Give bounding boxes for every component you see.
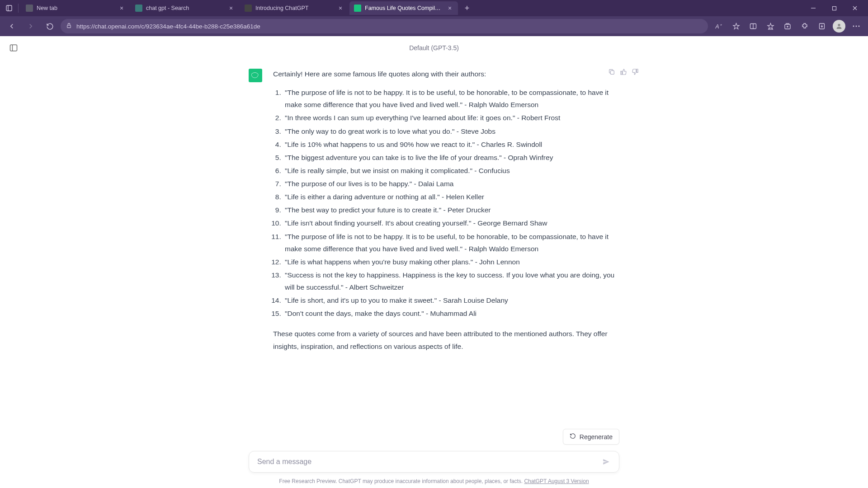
favorites-list-icon[interactable] xyxy=(762,18,778,34)
svg-point-18 xyxy=(859,26,860,27)
regenerate-icon xyxy=(570,433,576,441)
close-window-button[interactable] xyxy=(844,0,865,16)
svg-point-15 xyxy=(838,24,840,26)
refresh-button[interactable] xyxy=(42,18,58,34)
regenerate-label: Regenerate xyxy=(580,433,613,441)
thumbs-up-button[interactable] xyxy=(619,68,627,76)
footer-note: Free Research Preview. ChatGPT may produ… xyxy=(0,478,868,484)
svg-rect-0 xyxy=(6,5,12,11)
tab-title: New tab xyxy=(37,5,114,11)
quote-item: "The purpose of our lives is to be happy… xyxy=(283,178,619,190)
svg-rect-21 xyxy=(610,70,614,74)
send-button[interactable] xyxy=(599,455,613,469)
svg-rect-6 xyxy=(67,25,71,28)
quote-item: "The best way to predict your future is … xyxy=(283,204,619,216)
globe-icon xyxy=(26,5,33,12)
assistant-message-body: Certainly! Here are some famous life quo… xyxy=(273,68,619,352)
downloads-icon[interactable] xyxy=(814,18,830,34)
quote-item: "The purpose of life is not to be happy.… xyxy=(283,86,619,111)
tab-quotes[interactable]: Famous Life Quotes Compilation × xyxy=(349,1,458,15)
quote-item: "Life is 10% what happens to us and 90% … xyxy=(283,138,619,150)
tab-title: chat gpt - Search xyxy=(146,5,224,11)
profile-avatar[interactable] xyxy=(831,18,847,34)
tab-divider xyxy=(18,4,19,13)
maximize-button[interactable] xyxy=(824,0,844,16)
quote-item: "In three words I can sum up everything … xyxy=(283,112,619,124)
assistant-intro: Certainly! Here are some famous life quo… xyxy=(273,68,619,80)
bing-icon xyxy=(135,5,142,12)
message-actions xyxy=(608,68,639,76)
sidebar-toggle-button[interactable] xyxy=(7,42,20,54)
page-content: Default (GPT-3.5) Certainly! Here are so… xyxy=(0,36,868,488)
tab-introducing[interactable]: Introducing ChatGPT × xyxy=(240,1,349,15)
quote-item: "The biggest adventure you can take is t… xyxy=(283,151,619,164)
quote-item: "Life is what happens when you're busy m… xyxy=(283,256,619,268)
extensions-icon[interactable] xyxy=(797,18,813,34)
quote-item: "The purpose of life is not to be happy.… xyxy=(283,230,619,255)
version-link[interactable]: ChatGPT August 3 Version xyxy=(524,478,589,484)
close-icon[interactable]: × xyxy=(118,5,125,12)
quote-item: "Life is either a daring adventure or no… xyxy=(283,191,619,203)
quote-item: "Life isn't about finding yourself. It's… xyxy=(283,217,619,229)
quote-item: "Life is short, and it's up to you to ma… xyxy=(283,294,619,306)
assistant-outro: These quotes come from a variety of sour… xyxy=(273,328,619,352)
regenerate-button[interactable]: Regenerate xyxy=(563,429,619,445)
tab-search[interactable]: chat gpt - Search × xyxy=(131,1,239,15)
favorite-icon[interactable] xyxy=(728,18,744,34)
close-icon[interactable]: × xyxy=(446,5,453,12)
model-label: Default (GPT-3.5) xyxy=(0,36,868,56)
close-icon[interactable]: × xyxy=(337,5,344,12)
split-screen-icon[interactable] xyxy=(745,18,761,34)
openai-icon xyxy=(245,5,252,12)
quote-item: "Don't count the days, make the days cou… xyxy=(283,307,619,319)
browser-tab-strip: New tab × chat gpt - Search × Introducin… xyxy=(0,0,868,16)
quote-item: "The only way to do great work is to lov… xyxy=(283,125,619,137)
svg-point-17 xyxy=(856,26,857,27)
window-controls xyxy=(803,0,865,16)
thumbs-down-button[interactable] xyxy=(631,68,639,76)
tab-new-tab[interactable]: New tab × xyxy=(21,1,130,15)
svg-point-16 xyxy=(853,26,854,27)
message-input[interactable] xyxy=(257,458,596,466)
collections-icon[interactable] xyxy=(779,18,796,34)
new-tab-button[interactable]: + xyxy=(461,2,473,14)
forward-button[interactable] xyxy=(23,18,39,34)
more-icon[interactable] xyxy=(848,18,864,34)
quote-item: "Success is not the key to happiness. Ha… xyxy=(283,269,619,293)
svg-rect-3 xyxy=(832,6,836,10)
composer-area: Regenerate Free Research Preview. ChatGP… xyxy=(0,423,868,488)
minimize-button[interactable] xyxy=(803,0,824,16)
address-bar: https://chat.openai.com/c/923634ae-4fc4-… xyxy=(0,16,868,36)
url-text: https://chat.openai.com/c/923634ae-4fc4-… xyxy=(76,23,703,30)
close-icon[interactable]: × xyxy=(227,5,235,12)
assistant-message: Certainly! Here are some famous life quo… xyxy=(249,59,619,354)
message-input-container xyxy=(249,451,619,473)
url-input[interactable]: https://chat.openai.com/c/923634ae-4fc4-… xyxy=(61,19,708,33)
tab-actions-icon[interactable] xyxy=(3,2,15,14)
read-aloud-icon[interactable]: A⚬ xyxy=(711,18,727,34)
footer-text: Free Research Preview. ChatGPT may produ… xyxy=(279,478,524,484)
tab-title: Famous Life Quotes Compilation xyxy=(365,5,443,11)
chatgpt-icon xyxy=(354,5,361,12)
assistant-avatar-icon xyxy=(249,69,262,82)
lock-icon xyxy=(66,23,72,30)
back-button[interactable] xyxy=(4,18,20,34)
copy-button[interactable] xyxy=(608,68,616,76)
svg-rect-19 xyxy=(10,45,17,51)
quotes-list: "The purpose of life is not to be happy.… xyxy=(273,86,619,319)
tab-title: Introducing ChatGPT xyxy=(255,5,333,11)
quote-item: "Life is really simple, but we insist on… xyxy=(283,164,619,177)
